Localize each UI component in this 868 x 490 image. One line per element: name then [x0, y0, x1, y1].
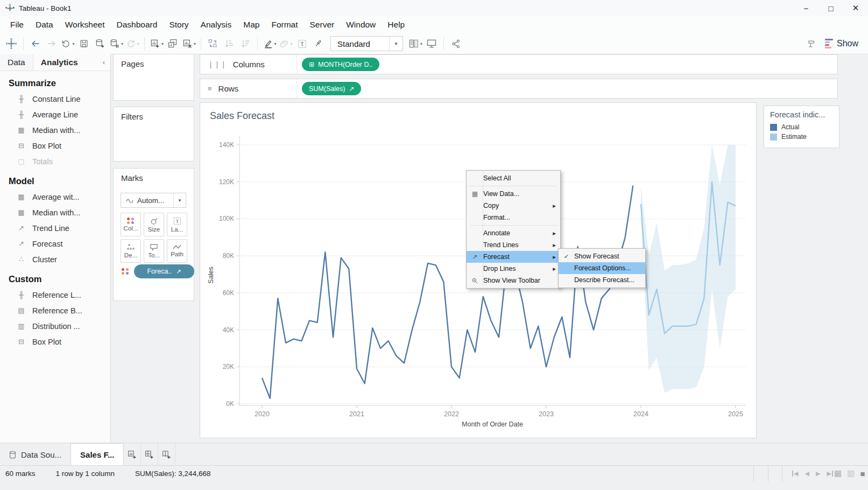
menu-dashboard[interactable]: Dashboard	[111, 20, 164, 30]
refresh-button[interactable]: ▾	[125, 36, 139, 51]
menu-file[interactable]: File	[4, 20, 30, 30]
swap-rows-columns-button[interactable]	[206, 36, 220, 51]
save-button[interactable]	[77, 36, 91, 51]
fix-axes-button[interactable]	[311, 36, 325, 51]
analytics-item-reference-band[interactable]: ▤Reference B...	[0, 303, 110, 318]
maximize-button[interactable]: □	[818, 0, 843, 16]
first-page-button[interactable]: ◀	[792, 470, 798, 477]
back-button[interactable]	[29, 36, 43, 51]
sort-descending-button[interactable]	[238, 36, 252, 51]
new-worksheet-button[interactable]: ▾	[150, 36, 164, 51]
menu-server[interactable]: Server	[304, 20, 341, 30]
analytics-item-constant-line[interactable]: ╫Constant Line	[0, 91, 110, 107]
share-button[interactable]	[449, 36, 463, 51]
submenu-item-describe-forecast[interactable]: Describe Forecast...	[559, 274, 645, 286]
detail-button[interactable]: De...	[121, 239, 141, 263]
tooltip-button[interactable]: To...	[144, 239, 164, 263]
menu-item-copy[interactable]: Copy▶	[467, 200, 560, 212]
detail-label: De...	[124, 252, 137, 258]
tab-analytics[interactable]: Analytics	[33, 54, 86, 71]
menu-item-trend-lines[interactable]: Trend Lines▶	[467, 239, 560, 251]
rows-pill-sum-sales[interactable]: SUM(Sales) ↗	[302, 82, 361, 95]
grid-view-icon[interactable]: ▦	[834, 468, 842, 478]
fit-selector[interactable]: Standard ▼	[330, 36, 403, 51]
new-dashboard-tab-button[interactable]	[141, 443, 158, 466]
format-workbook-button[interactable]	[805, 36, 818, 51]
forward-button[interactable]	[45, 36, 59, 51]
text-label-button[interactable]: T	[295, 36, 309, 51]
pause-auto-updates-button[interactable]: ▾	[109, 36, 123, 51]
presentation-mode-button[interactable]	[425, 36, 439, 51]
collapse-pane-icon[interactable]: ‹	[103, 54, 110, 71]
menu-item-drop-lines[interactable]: Drop Lines▶	[467, 263, 560, 275]
menu-help[interactable]: Help	[382, 20, 411, 30]
redo-button[interactable]: ▾	[61, 36, 75, 51]
legend-item-estimate[interactable]: Estimate	[764, 132, 839, 142]
rows-shelf[interactable]: ≡ Rows SUM(Sales) ↗	[200, 79, 838, 99]
analytics-item-forecast[interactable]: ↗Forecast	[0, 236, 110, 251]
menu-story[interactable]: Story	[163, 20, 194, 30]
duplicate-sheet-button[interactable]	[166, 36, 180, 51]
size-button[interactable]: Size	[144, 213, 164, 236]
menu-item-forecast[interactable]: ↗Forecast▶	[467, 251, 560, 263]
last-page-button[interactable]: ▶	[827, 470, 832, 477]
analytics-item-median-ci[interactable]: ▦Median with...	[0, 205, 110, 220]
label-button[interactable]: T La...	[167, 213, 187, 236]
tab-sales-forecast[interactable]: Sales F...	[70, 443, 124, 466]
analytics-item-average-line[interactable]: ╫Average Line	[0, 107, 110, 122]
marks-card[interactable]: Marks Autom... ▼ Col... Size T La... De.…	[113, 168, 194, 301]
menu-window[interactable]: Window	[340, 20, 382, 30]
analytics-item-trend-line[interactable]: ↗Trend Line	[0, 220, 110, 236]
menu-item-select-all[interactable]: Select All	[467, 172, 560, 184]
clear-sheet-button[interactable]: ▾	[182, 36, 196, 51]
tab-data-source[interactable]: Data Sou...	[0, 443, 70, 466]
menu-item-view-data[interactable]: ▦View Data...	[467, 188, 560, 200]
previous-page-button[interactable]: ◀	[805, 470, 809, 477]
single-view-icon[interactable]: ■	[860, 469, 865, 478]
analytics-item-average-ci[interactable]: ▦Average wit...	[0, 189, 110, 205]
menu-analysis[interactable]: Analysis	[195, 20, 238, 30]
new-story-tab-button[interactable]	[158, 443, 175, 466]
submenu-item-forecast-options[interactable]: Forecast Options...	[559, 262, 645, 274]
menu-data[interactable]: Data	[30, 20, 59, 30]
forecast-indicator-legend[interactable]: Forecast indic... Actual Estimate	[764, 106, 839, 148]
menu-format[interactable]: Format	[265, 20, 304, 30]
forecast-indicator-pill[interactable]: Foreca.. ↗	[134, 264, 194, 278]
columns-pill-month-order-date[interactable]: ⊞ MONTH(Order D..	[302, 58, 379, 71]
menu-map[interactable]: Map	[237, 20, 265, 30]
color-button[interactable]: Col...	[121, 213, 141, 236]
analytics-item-cluster[interactable]: ∴Cluster	[0, 251, 110, 267]
next-page-button[interactable]: ▶	[816, 470, 820, 477]
analytics-item-distribution-band[interactable]: ▥Distribution ...	[0, 318, 110, 334]
filters-shelf[interactable]: Filters	[113, 107, 194, 162]
pages-shelf[interactable]: Pages	[113, 54, 194, 101]
analytics-item-box-plot-custom[interactable]: ⊟Box Plot	[0, 334, 110, 349]
chevron-down-icon[interactable]: ▼	[173, 193, 186, 207]
analytics-item-box-plot[interactable]: ⊟Box Plot	[0, 138, 110, 153]
sort-ascending-button[interactable]	[222, 36, 236, 51]
analytics-item-reference-line[interactable]: ╫Reference L...	[0, 287, 110, 303]
attach-button[interactable]: ▾	[279, 36, 293, 51]
close-button[interactable]: ✕	[843, 0, 868, 16]
menu-item-annotate[interactable]: Annotate▶	[467, 227, 560, 239]
tab-data[interactable]: Data	[0, 54, 33, 71]
path-button[interactable]: Path	[167, 239, 187, 263]
filmstrip-view-icon[interactable]: ▥	[847, 468, 855, 478]
menu-item-show-view-toolbar[interactable]: Show View Toolbar	[467, 275, 560, 286]
legend-item-actual[interactable]: Actual	[764, 122, 839, 132]
chevron-down-icon[interactable]: ▼	[389, 37, 403, 51]
expand-plus-icon[interactable]: ⊞	[309, 61, 314, 68]
new-worksheet-tab-button[interactable]	[124, 443, 141, 466]
columns-shelf[interactable]: ❘❘❘ Columns ⊞ MONTH(Order D..	[200, 54, 838, 74]
menu-item-format[interactable]: Format...	[467, 212, 560, 223]
show-hide-cards-button[interactable]: ▾	[408, 36, 422, 51]
analytics-item-median-quartiles[interactable]: ▦Median with...	[0, 122, 110, 138]
tableau-home-button[interactable]	[4, 36, 18, 51]
submenu-item-show-forecast[interactable]: ✓Show Forecast	[559, 250, 645, 262]
minimize-button[interactable]: −	[794, 0, 818, 16]
mark-type-selector[interactable]: Autom... ▼	[121, 193, 186, 208]
show-me-button[interactable]: Show	[825, 39, 858, 49]
highlight-button[interactable]: ▾	[263, 36, 277, 51]
new-data-source-button[interactable]	[93, 36, 107, 51]
menu-worksheet[interactable]: Worksheet	[59, 20, 111, 30]
